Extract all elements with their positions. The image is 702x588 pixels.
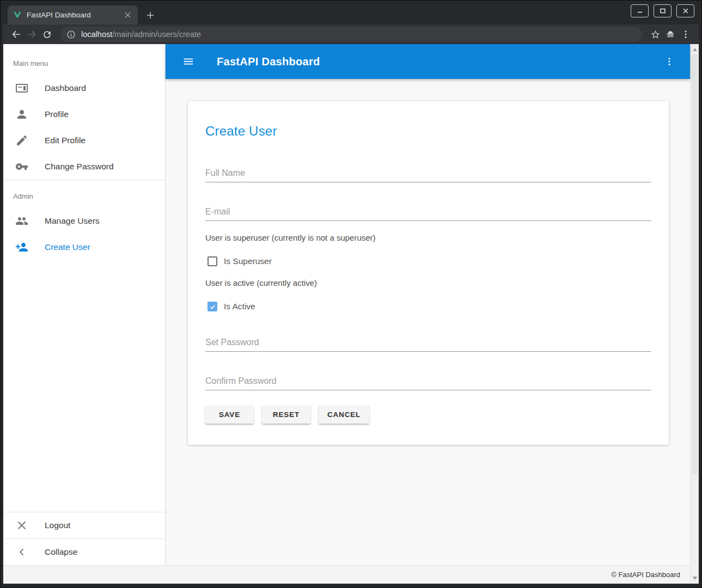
reset-button[interactable]: RESET <box>262 405 310 424</box>
is-superuser-row[interactable]: Is Superuser <box>205 256 651 266</box>
back-button[interactable] <box>9 27 24 42</box>
browser-tab[interactable]: FastAPI Dashboard <box>8 5 138 24</box>
vue-favicon <box>13 11 22 20</box>
copyright-text: © FastAPI Dashboard <box>611 571 680 579</box>
sidebar-item-logout[interactable]: Logout <box>3 512 165 538</box>
sidebar-item-manage-users[interactable]: Manage Users <box>3 208 165 234</box>
sidebar-item-label: Change Password <box>45 162 114 171</box>
email-field[interactable] <box>205 205 651 221</box>
pencil-icon <box>15 134 28 147</box>
maximize-icon <box>660 8 666 14</box>
sidebar-item-edit-profile[interactable]: Edit Profile <box>3 127 165 154</box>
active-help-text: User is active (currently active) <box>205 278 651 287</box>
superuser-help-text: User is superuser (currently is not a su… <box>205 233 651 242</box>
sidebar-spacer <box>3 260 165 512</box>
browser-toolbar: localhost/main/admin/users/create <box>3 24 699 44</box>
browser-menu-button[interactable] <box>678 27 693 42</box>
chevron-left-icon <box>15 546 28 559</box>
window-controls <box>631 4 694 17</box>
address-bar[interactable]: localhost/main/admin/users/create <box>60 27 642 42</box>
sidebar-item-create-user[interactable]: Create User <box>3 234 165 260</box>
is-superuser-checkbox[interactable] <box>207 256 217 266</box>
sidebar: Main menu Dashboard Profile Edit Profile <box>3 44 166 565</box>
tab-title: FastAPI Dashboard <box>27 11 123 19</box>
reload-icon <box>42 29 52 40</box>
star-icon <box>650 29 661 40</box>
page-footer: © FastAPI Dashboard <box>3 565 690 584</box>
page-viewport: Main menu Dashboard Profile Edit Profile <box>3 44 699 584</box>
key-icon <box>15 160 28 173</box>
scroll-down-arrow[interactable] <box>693 577 697 580</box>
scroll-up-arrow[interactable] <box>693 48 697 51</box>
app-menu-button[interactable] <box>660 52 679 71</box>
sidebar-item-label: Edit Profile <box>45 136 86 145</box>
form-actions: SAVE RESET CANCEL <box>205 405 651 424</box>
person-add-icon <box>15 241 28 254</box>
hamburger-icon <box>182 56 194 68</box>
app-bar: FastAPI Dashboard <box>166 44 690 79</box>
main-area: FastAPI Dashboard Create User User is su… <box>166 44 690 565</box>
minimize-button[interactable] <box>631 4 649 17</box>
app-title: FastAPI Dashboard <box>217 56 320 68</box>
confirm-password-field[interactable] <box>205 374 651 390</box>
is-active-row[interactable]: Is Active <box>205 302 651 311</box>
page-content: Create User User is superuser (currently… <box>166 79 690 565</box>
forward-button[interactable] <box>24 27 39 42</box>
sidebar-item-label: Manage Users <box>45 216 100 226</box>
hamburger-menu-button[interactable] <box>179 52 198 71</box>
person-icon <box>15 108 28 121</box>
plus-icon <box>146 11 154 19</box>
close-x-icon <box>15 519 28 532</box>
checkbox-label: Is Active <box>224 302 255 311</box>
incognito-indicator <box>663 27 678 42</box>
vertical-scrollbar[interactable] <box>690 44 699 584</box>
sidebar-item-label: Dashboard <box>45 83 86 93</box>
close-window-button[interactable] <box>676 4 694 17</box>
browser-window: FastAPI Dashboard <box>0 0 702 588</box>
sidebar-item-label: Create User <box>45 242 90 252</box>
cancel-button[interactable]: CANCEL <box>319 405 369 424</box>
sidebar-item-label: Logout <box>45 520 70 530</box>
kebab-menu-icon <box>664 57 674 66</box>
new-tab-button[interactable] <box>143 8 157 22</box>
sidebar-item-label: Profile <box>45 109 69 119</box>
check-icon <box>209 303 216 310</box>
incognito-icon <box>665 29 676 40</box>
forward-icon <box>26 29 37 40</box>
scrollbar-thumb[interactable] <box>692 54 698 475</box>
checkbox-label: Is Superuser <box>224 256 272 266</box>
close-icon <box>682 8 689 14</box>
back-icon <box>11 29 22 40</box>
sidebar-section-main: Main menu <box>3 47 165 75</box>
sidebar-item-profile[interactable]: Profile <box>3 101 165 127</box>
kebab-menu-icon <box>681 29 691 39</box>
people-icon <box>15 215 28 228</box>
reload-button[interactable] <box>39 27 54 42</box>
full-name-field[interactable] <box>205 166 651 182</box>
minimize-icon <box>637 8 643 14</box>
tab-close-icon[interactable] <box>123 10 132 20</box>
create-user-card: Create User User is superuser (currently… <box>188 101 669 445</box>
sidebar-item-dashboard[interactable]: Dashboard <box>3 75 165 101</box>
set-password-field[interactable] <box>205 335 651 352</box>
sidebar-section-admin: Admin <box>3 180 165 208</box>
sidebar-item-change-password[interactable]: Change Password <box>3 154 165 180</box>
page-title: Create User <box>205 124 651 139</box>
sidebar-item-collapse[interactable]: Collapse <box>3 539 165 565</box>
is-active-checkbox[interactable] <box>207 302 217 311</box>
url-text: localhost/main/admin/users/create <box>81 30 201 39</box>
bookmark-button[interactable] <box>648 27 663 42</box>
dashboard-icon <box>15 82 28 95</box>
maximize-button[interactable] <box>654 4 672 17</box>
save-button[interactable]: SAVE <box>205 405 254 424</box>
tab-strip: FastAPI Dashboard <box>1 1 701 24</box>
sidebar-item-label: Collapse <box>45 547 77 557</box>
info-icon[interactable] <box>66 30 76 39</box>
